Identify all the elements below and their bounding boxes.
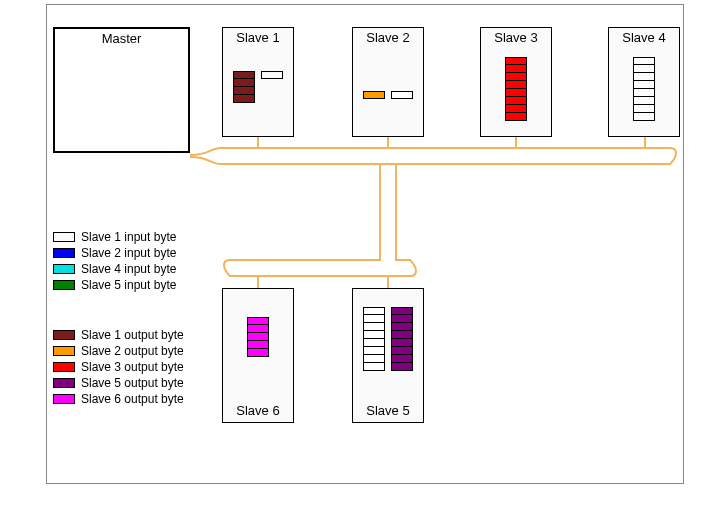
byte-cell — [247, 317, 269, 325]
slave5-input-stack — [363, 307, 385, 371]
master-node: Master — [53, 27, 190, 153]
byte-cell — [233, 95, 255, 103]
byte-cell — [633, 89, 655, 97]
byte-cell — [505, 57, 527, 65]
legend-label: Slave 1 input byte — [81, 230, 176, 244]
legend-label: Slave 2 output byte — [81, 344, 184, 358]
byte-cell — [633, 57, 655, 65]
byte-cell — [391, 323, 413, 331]
slave5-output-stack — [391, 307, 413, 371]
legend-swatch — [53, 346, 75, 356]
slave2-node: Slave 2 — [352, 27, 424, 137]
slave6-node: Slave 6 — [222, 288, 294, 423]
byte-cell — [391, 363, 413, 371]
slave2-output-byte — [363, 91, 385, 99]
legend-swatch — [53, 394, 75, 404]
byte-cell — [247, 333, 269, 341]
slave2-label: Slave 2 — [353, 28, 423, 49]
byte-cell — [391, 331, 413, 339]
byte-cell — [633, 105, 655, 113]
slave5-node: Slave 5 — [352, 288, 424, 423]
byte-cell — [247, 325, 269, 333]
slave5-label: Slave 5 — [353, 403, 423, 418]
slave4-node: Slave 4 — [608, 27, 680, 137]
byte-cell — [233, 79, 255, 87]
byte-cell — [505, 97, 527, 105]
byte-cell — [363, 307, 385, 315]
legend-label: Slave 4 input byte — [81, 262, 176, 276]
byte-cell — [247, 341, 269, 349]
legend-swatch — [53, 264, 75, 274]
slave6-label: Slave 6 — [223, 403, 293, 418]
slave2-input-byte — [391, 91, 413, 99]
byte-cell — [505, 105, 527, 113]
byte-cell — [505, 65, 527, 73]
slave1-input-stack — [261, 71, 283, 79]
byte-cell — [233, 87, 255, 95]
byte-cell — [363, 363, 385, 371]
legend-label: Slave 5 input byte — [81, 278, 176, 292]
byte-cell — [363, 355, 385, 363]
legend-swatch — [53, 330, 75, 340]
slave3-output-stack — [505, 57, 527, 121]
byte-cell — [391, 355, 413, 363]
slave1-output-stack — [233, 71, 255, 103]
byte-cell — [391, 339, 413, 347]
byte-cell — [505, 73, 527, 81]
legend-label: Slave 2 input byte — [81, 246, 176, 260]
legend-swatch — [53, 378, 75, 388]
legend-label: Slave 3 output byte — [81, 360, 184, 374]
byte-cell — [633, 73, 655, 81]
master-label: Master — [55, 29, 188, 50]
byte-cell — [363, 347, 385, 355]
legend-label: Slave 6 output byte — [81, 392, 184, 406]
legend-swatch — [53, 232, 75, 242]
legend-label: Slave 5 output byte — [81, 376, 184, 390]
legend-inputs: Slave 1 input byte Slave 2 input byte Sl… — [53, 228, 176, 294]
byte-cell — [247, 349, 269, 357]
slave1-label: Slave 1 — [223, 28, 293, 49]
byte-cell — [505, 113, 527, 121]
byte-cell — [391, 307, 413, 315]
byte-cell — [391, 347, 413, 355]
byte-cell — [233, 71, 255, 79]
byte-cell — [363, 339, 385, 347]
slave3-node: Slave 3 — [480, 27, 552, 137]
legend-label: Slave 1 output byte — [81, 328, 184, 342]
byte-cell — [363, 315, 385, 323]
byte-cell — [391, 315, 413, 323]
slave4-label: Slave 4 — [609, 28, 679, 49]
byte-cell — [505, 81, 527, 89]
slave6-output-stack — [247, 317, 269, 357]
byte-cell — [505, 89, 527, 97]
byte-cell — [633, 81, 655, 89]
slave1-node: Slave 1 — [222, 27, 294, 137]
byte-cell — [633, 97, 655, 105]
legend-swatch — [53, 280, 75, 290]
legend-swatch — [53, 248, 75, 258]
byte-cell — [363, 331, 385, 339]
byte-cell — [363, 323, 385, 331]
slave3-label: Slave 3 — [481, 28, 551, 49]
byte-cell — [633, 65, 655, 73]
legend-swatch — [53, 362, 75, 372]
byte-cell — [633, 113, 655, 121]
slave4-input-stack — [633, 57, 655, 121]
byte-cell — [261, 71, 283, 79]
legend-outputs: Slave 1 output byte Slave 2 output byte … — [53, 326, 184, 408]
